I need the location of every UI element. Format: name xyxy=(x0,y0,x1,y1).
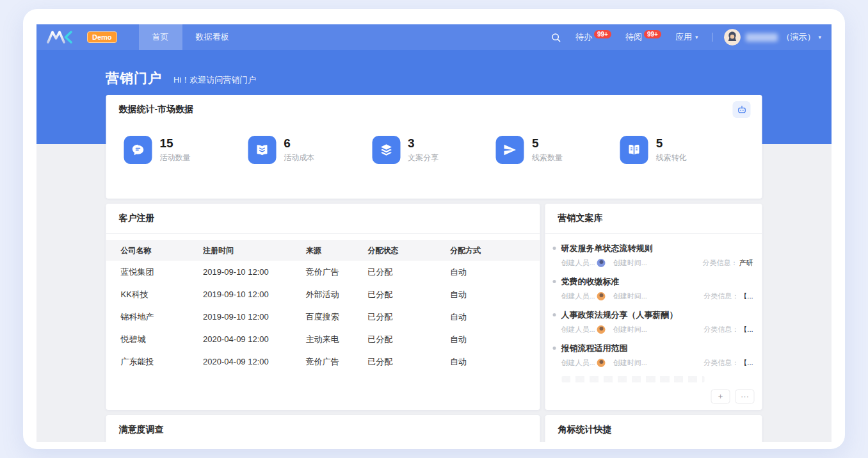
app-viewport: Demo 首页 数据看板 待办 99+ 待阅 99+ xyxy=(36,24,832,442)
table-cell: 主动来电 xyxy=(306,334,367,345)
layers-icon xyxy=(372,136,400,164)
bottom-row: 满意度调查 角标统计快捷 xyxy=(106,415,762,442)
table-cell: 已分配 xyxy=(367,266,450,278)
bullet-dot xyxy=(553,247,556,250)
tab-home[interactable]: 首页 xyxy=(139,24,182,50)
creator-avatar xyxy=(597,325,606,334)
stats-card-header: 数据统计-市场数据 xyxy=(106,95,762,124)
list-item-body: 党费的收缴标准创建人员...创建时间...分类信息：【... xyxy=(561,276,753,301)
user-name-blurred xyxy=(746,33,778,42)
copy-title[interactable]: 研发服务单状态流转规则 xyxy=(561,243,753,254)
content-container: 数据统计-市场数据 xyxy=(106,95,762,442)
category-value: 产研 xyxy=(739,259,753,266)
category-value: 【... xyxy=(740,359,753,366)
copy-library-actions: + ··· xyxy=(711,389,755,404)
table-cell: 自动 xyxy=(450,289,533,300)
creator-label: 创建人员... xyxy=(561,325,595,334)
copy-title[interactable]: 报销流程适用范围 xyxy=(561,343,753,354)
content-area: 数据统计-市场数据 xyxy=(36,144,832,442)
table-header-row: 公司名称注册时间来源分配状态分配方式 xyxy=(106,240,540,261)
bullet-dot xyxy=(553,313,556,316)
table-cell: 已分配 xyxy=(367,289,450,300)
table-cell: 悦碧城 xyxy=(121,334,204,345)
table-cell: 2019-09-10 12:00 xyxy=(203,267,306,277)
bullet-dot xyxy=(553,347,556,350)
todo-count-badge: 99+ xyxy=(594,30,611,38)
search-icon[interactable] xyxy=(551,32,561,43)
add-button[interactable]: + xyxy=(711,389,730,404)
paper-plane-icon xyxy=(496,136,524,164)
robot-assistant-button[interactable] xyxy=(733,101,751,118)
chevron-down-icon: ▾ xyxy=(695,34,698,40)
creator-avatar xyxy=(597,259,606,267)
table-row[interactable]: 锦科地产2019-09-10 12:00百度搜索已分配自动 xyxy=(106,306,540,328)
main-tabs: 首页 数据看板 xyxy=(139,24,243,50)
user-role-label: （演示） xyxy=(782,31,815,43)
stats-card: 数据统计-市场数据 xyxy=(106,95,762,199)
copy-title[interactable]: 人事政策法规分享（人事薪酬） xyxy=(561,309,753,320)
creator-label: 创建人员... xyxy=(561,291,595,301)
user-avatar[interactable] xyxy=(724,29,741,45)
stat-value: 3 xyxy=(408,136,438,151)
table-cell: 蓝悦集团 xyxy=(121,266,204,278)
stat-item: 3文案分享 xyxy=(372,136,496,164)
todo-label: 待办 xyxy=(575,31,592,43)
list-item-body: 研发服务单状态流转规则创建人员...创建时间...分类信息：产研 xyxy=(561,243,753,268)
table-cell: KK科技 xyxy=(121,289,204,300)
page-title: 营销门户 xyxy=(106,69,162,87)
table-cell: 自动 xyxy=(450,311,533,323)
table-cell: 自动 xyxy=(450,356,533,368)
table-cell: 2020-04-09 12:00 xyxy=(203,357,306,366)
category-label: 分类信息：产研 xyxy=(703,258,753,268)
table-cell: 已分配 xyxy=(367,311,450,323)
chevron-down-icon[interactable]: ▾ xyxy=(818,34,821,40)
chat-bubble-icon xyxy=(124,136,152,164)
more-button[interactable]: ··· xyxy=(735,389,755,404)
notebook-icon xyxy=(248,136,276,164)
list-item[interactable]: 研发服务单状态流转规则创建人员...创建时间...分类信息：产研 xyxy=(553,243,753,268)
badge-stats-card: 角标统计快捷 xyxy=(545,415,762,442)
card-title: 角标统计快捷 xyxy=(558,424,612,436)
table-row[interactable]: 悦碧城2020-04-09 12:00主动来电已分配自动 xyxy=(106,328,540,350)
created-time-label: 创建时间... xyxy=(613,358,647,368)
table-cell: 已分配 xyxy=(367,356,450,368)
creator-label: 创建人员... xyxy=(561,258,595,268)
stat-item: 5线索转化 xyxy=(620,136,744,164)
table-cell: 已分配 xyxy=(367,334,450,345)
card-title: 客户注册 xyxy=(119,213,155,224)
mk-logo-icon xyxy=(45,30,83,44)
list-item[interactable]: 人事政策法规分享（人事薪酬）创建人员...创建时间...分类信息：【... xyxy=(553,309,753,334)
stat-item: 6活动成本 xyxy=(248,136,372,164)
list-item[interactable]: 报销流程适用范围创建人员...创建时间...分类信息：【... xyxy=(553,343,753,368)
copy-library-card: 营销文案库 研发服务单状态流转规则创建人员...创建时间...分类信息：产研党费… xyxy=(545,204,762,410)
table-cell: 竞价广告 xyxy=(306,356,367,368)
table-cell: 自动 xyxy=(450,266,533,278)
satisfaction-survey-card: 满意度调查 xyxy=(106,415,540,442)
robot-icon xyxy=(736,104,747,115)
todo-menu[interactable]: 待办 99+ xyxy=(575,31,611,43)
stat-value: 5 xyxy=(656,136,687,151)
app-window: Demo 首页 数据看板 待办 99+ 待阅 99+ xyxy=(23,9,845,449)
table-column-header: 分配方式 xyxy=(450,245,533,256)
list-item-body: 报销流程适用范围创建人员...创建时间...分类信息：【... xyxy=(561,343,753,368)
stat-value: 15 xyxy=(160,136,191,151)
apps-menu[interactable]: 应用 ▾ xyxy=(675,31,698,43)
stat-label: 文案分享 xyxy=(408,152,438,163)
tab-dashboard[interactable]: 数据看板 xyxy=(182,24,243,50)
brand-logo[interactable]: Demo xyxy=(45,30,117,44)
copy-meta: 创建人员...创建时间...分类信息：【... xyxy=(561,291,753,301)
table-row[interactable]: KK科技2019-09-10 12:00外部活动已分配自动 xyxy=(106,283,540,306)
created-time-label: 创建时间... xyxy=(613,291,647,301)
stat-label: 活动数量 xyxy=(160,152,191,163)
copy-title[interactable]: 党费的收缴标准 xyxy=(561,276,753,287)
unread-count-badge: 99+ xyxy=(644,30,661,38)
table-row[interactable]: 广东能投2020-04-09 12:00竞价广告已分配自动 xyxy=(106,350,540,373)
copy-library-header: 营销文案库 xyxy=(545,204,762,234)
unread-menu[interactable]: 待阅 99+ xyxy=(625,31,661,43)
table-cell: 外部活动 xyxy=(306,289,367,300)
table-column-header: 注册时间 xyxy=(203,245,306,256)
category-value: 【... xyxy=(740,325,753,333)
bullet-dot xyxy=(553,280,556,283)
table-row[interactable]: 蓝悦集团2019-09-10 12:00竞价广告已分配自动 xyxy=(106,261,540,283)
list-item[interactable]: 党费的收缴标准创建人员...创建时间...分类信息：【... xyxy=(553,276,753,301)
